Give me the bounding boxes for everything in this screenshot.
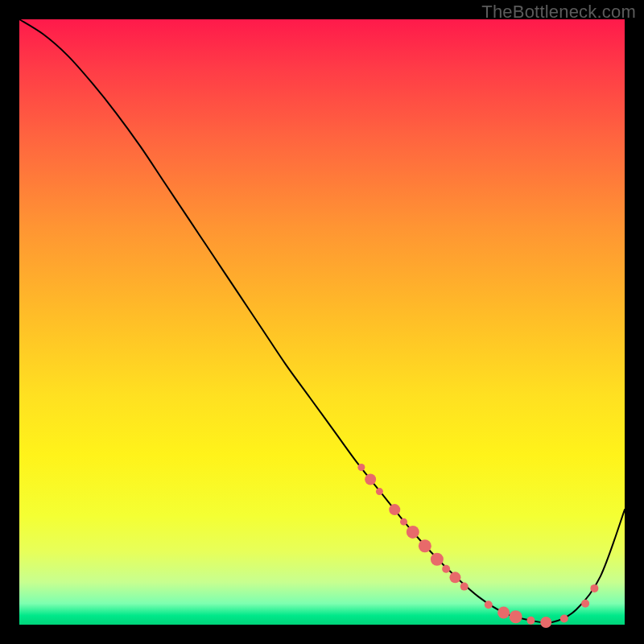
data-marker (449, 572, 460, 583)
data-marker (540, 617, 551, 628)
data-marker (400, 518, 407, 526)
data-marker (590, 584, 598, 592)
data-marker (581, 600, 589, 608)
data-marker (510, 610, 522, 623)
data-marker (431, 553, 444, 566)
data-marker (560, 614, 568, 622)
data-marker (389, 504, 400, 515)
data-marker (419, 539, 431, 552)
data-marker (376, 488, 383, 495)
data-marker (442, 565, 450, 573)
data-marker (497, 606, 510, 618)
data-marker (365, 474, 376, 485)
data-marker (407, 526, 419, 539)
data-marker (357, 464, 365, 471)
data-markers (357, 464, 598, 628)
chart-svg (19, 19, 625, 625)
data-marker (460, 583, 469, 591)
data-marker (526, 617, 535, 625)
bottleneck-curve (19, 19, 625, 623)
data-marker (485, 601, 493, 609)
